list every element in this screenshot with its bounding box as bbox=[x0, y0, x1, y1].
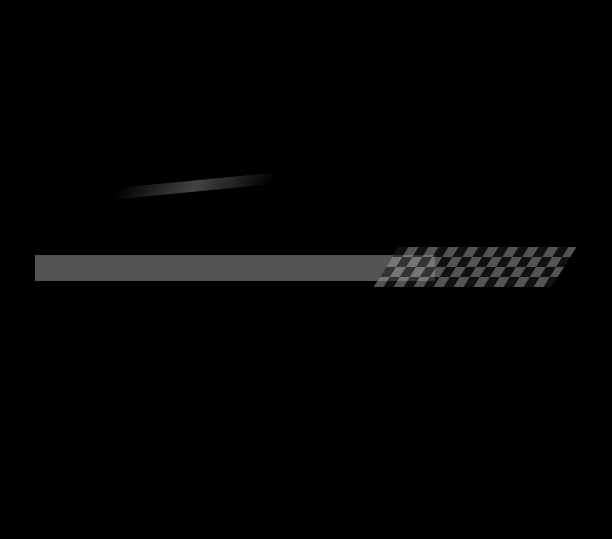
left-axis-label bbox=[0, 227, 13, 267]
curve-layer bbox=[0, 0, 612, 539]
dyno-chart bbox=[0, 0, 612, 539]
